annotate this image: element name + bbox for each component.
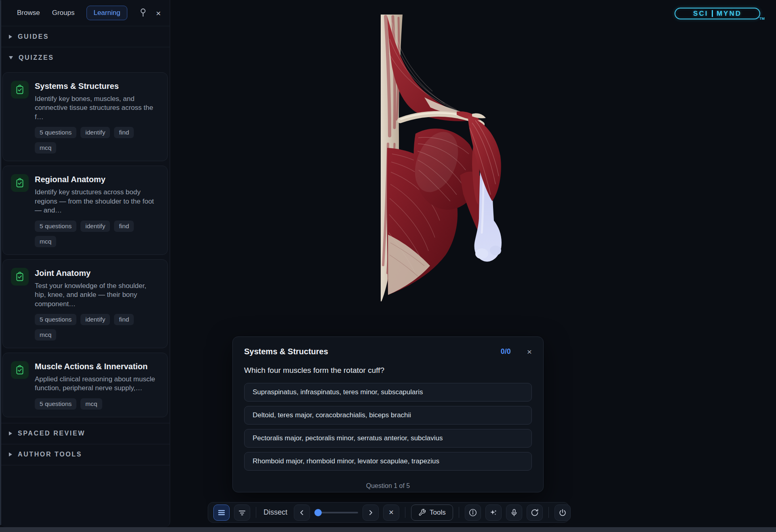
quiz-tags: 5 questions identify find mcq [35, 221, 159, 247]
tag-badge: 5 questions [35, 221, 76, 232]
power-button[interactable] [555, 505, 571, 521]
quiz-progress: Question 1 of 5 [244, 482, 532, 490]
quiz-panel-header: Systems & Structures 0/0 × [244, 347, 532, 356]
section-label: QUIZZES [19, 54, 54, 61]
anatomy-model-shoulder [376, 15, 515, 303]
quiz-option-4[interactable]: Rhomboid major, rhomboid minor, levator … [244, 452, 532, 471]
tag-badge: mcq [35, 142, 56, 154]
section-author-tools[interactable]: AUTHOR TOOLS [0, 444, 170, 465]
tag-badge: mcq [35, 236, 56, 247]
section-quizzes[interactable]: QUIZZES [0, 47, 170, 68]
quiz-card-body: Muscle Actions & Innervation Applied cli… [35, 361, 156, 410]
logo-text-mynd: MYND [717, 10, 742, 18]
quiz-card-body: Regional Anatomy Identify key structures… [35, 174, 159, 247]
section-spaced-review[interactable]: SPACED REVIEW [0, 423, 170, 444]
toolbar-divider [405, 507, 405, 518]
clipboard-check-icon [11, 174, 29, 192]
sidebar-tab-actions: × [139, 0, 161, 26]
divider [0, 465, 170, 465]
dissect-label: Dissect [264, 508, 287, 517]
dissect-reset-button[interactable]: ✕ [383, 505, 399, 521]
quiz-tags: 5 questions identify find mcq [35, 314, 159, 341]
tools-button[interactable]: Tools [411, 505, 453, 521]
toolbar-divider [548, 507, 549, 518]
section-label: GUIDES [18, 33, 49, 40]
chevron-down-icon [9, 56, 13, 59]
toolbar-divider [256, 507, 256, 518]
quiz-panel-close-icon[interactable]: × [527, 347, 532, 356]
chevron-right-icon [9, 431, 12, 435]
logo-text-sci: SCI [693, 10, 708, 18]
tag-badge: mcq [35, 329, 56, 341]
quiz-tags: 5 questions identify find mcq [35, 127, 159, 154]
scimynd-logo: SCI MYND TM [675, 8, 760, 19]
tab-groups[interactable]: Groups [52, 9, 75, 17]
quiz-description: Test your knowledge of the shoulder, hip… [35, 282, 156, 309]
sparkles-icon [489, 508, 498, 517]
filter-button[interactable] [234, 505, 250, 521]
microphone-button[interactable] [506, 505, 522, 521]
toolbar-divider [459, 507, 459, 518]
dissect-prev-button[interactable] [294, 505, 310, 521]
sidebar-scrollbar[interactable] [0, 0, 1, 525]
quiz-description: Applied clinical reasoning about muscle … [35, 375, 156, 393]
tag-badge: find [114, 127, 134, 138]
sidebar-tabs: Browse Groups Learning × [0, 0, 170, 26]
refresh-icon [530, 508, 539, 517]
quiz-card-systems-structures[interactable]: Systems & Structures Identify key bones,… [2, 72, 168, 161]
tag-badge: identify [80, 127, 110, 138]
section-label: AUTHOR TOOLS [18, 451, 82, 458]
dissect-slider[interactable] [314, 509, 358, 516]
quiz-title: Systems & Structures [35, 82, 159, 91]
chevron-right-icon [367, 509, 374, 516]
dissect-next-button[interactable] [363, 505, 379, 521]
app-root: { "app": { "logo_text_left": "SCI", "log… [0, 0, 776, 532]
layers-list-button[interactable] [213, 505, 230, 521]
quiz-options: Supraspinatus, infraspinatus, teres mino… [244, 383, 532, 471]
tag-badge: 5 questions [35, 314, 76, 325]
tag-badge: 5 questions [35, 398, 76, 410]
quiz-description: Identify key structures across body regi… [35, 188, 156, 215]
quiz-description: Identify key bones, muscles, and connect… [35, 95, 156, 122]
tag-badge: identify [80, 221, 110, 232]
info-icon [468, 508, 477, 517]
quiz-card-body: Systems & Structures Identify key bones,… [35, 81, 159, 154]
tab-browse[interactable]: Browse [17, 9, 40, 17]
quiz-option-3[interactable]: Pectoralis major, pectoralis minor, serr… [244, 429, 532, 448]
quiz-panel: Systems & Structures 0/0 × Which four mu… [232, 336, 544, 492]
info-button[interactable] [465, 505, 481, 521]
logo-trademark: TM [759, 17, 765, 21]
quiz-card-body: Joint Anatomy Test your knowledge of the… [35, 268, 159, 341]
pin-icon[interactable] [139, 8, 147, 18]
chevron-left-icon [298, 509, 306, 516]
section-guides[interactable]: GUIDES [0, 26, 170, 47]
filter-icon [238, 508, 247, 517]
refresh-button[interactable] [527, 505, 543, 521]
quiz-option-1[interactable]: Supraspinatus, infraspinatus, teres mino… [244, 383, 532, 402]
ai-assist-button[interactable] [485, 505, 502, 521]
quiz-card-joint-anatomy[interactable]: Joint Anatomy Test your knowledge of the… [2, 259, 168, 348]
clipboard-check-icon [11, 361, 29, 379]
tab-learning[interactable]: Learning [86, 6, 127, 20]
quiz-question: Which four muscles form the rotator cuff… [244, 366, 532, 375]
quiz-score: 0/0 [501, 347, 511, 356]
quiz-title: Muscle Actions & Innervation [35, 362, 156, 371]
close-icon: ✕ [388, 509, 394, 516]
bottom-toolbar: Dissect ✕ Tools [208, 502, 569, 523]
microphone-icon [510, 508, 519, 517]
clipboard-check-icon [11, 268, 29, 286]
chevron-right-icon [9, 35, 12, 39]
quiz-panel-title: Systems & Structures [244, 347, 501, 356]
sidebar-close-icon[interactable]: × [156, 9, 161, 17]
quiz-card-muscle-actions[interactable]: Muscle Actions & Innervation Applied cli… [2, 353, 168, 417]
quiz-option-2[interactable]: Deltoid, teres major, coracobrachialis, … [244, 406, 532, 425]
bottom-edge-strip [0, 527, 776, 532]
quiz-card-regional-anatomy[interactable]: Regional Anatomy Identify key structures… [2, 166, 168, 254]
quiz-tags: 5 questions mcq [35, 398, 156, 410]
dissect-slider-knob[interactable] [314, 509, 322, 516]
quiz-title: Regional Anatomy [35, 175, 159, 184]
logo-divider [712, 10, 713, 17]
tools-label: Tools [430, 509, 446, 517]
tag-badge: 5 questions [35, 127, 76, 138]
power-icon [558, 508, 567, 517]
